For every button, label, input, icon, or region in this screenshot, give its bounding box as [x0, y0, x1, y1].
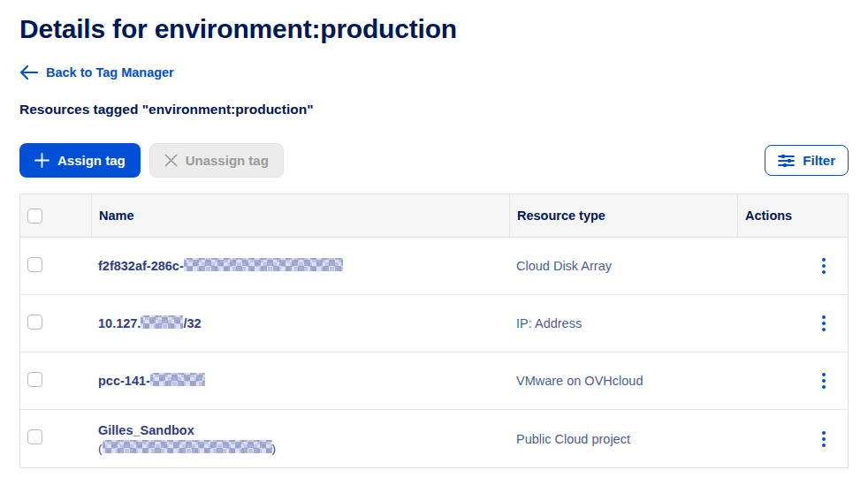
name-text: /32: [183, 317, 201, 331]
table-body: f2f832af-286c- Cloud Disk Array 10.127./…: [20, 238, 848, 467]
resource-type: Cloud Disk Array: [516, 259, 612, 273]
name-text: pcc-141-: [98, 375, 150, 389]
page-title: Details for environment:production: [19, 14, 849, 44]
header-checkbox-cell: [20, 194, 91, 237]
row-actions-cell: [737, 426, 848, 452]
kebab-dot: [822, 328, 826, 331]
kebab-dot: [822, 322, 826, 325]
row-actions-cell: [737, 310, 848, 337]
resource-name: pcc-141-: [98, 371, 502, 390]
resources-tagged-subtitle: Resources tagged "environment:production…: [19, 102, 849, 118]
row-checkbox[interactable]: [27, 429, 42, 444]
row-name-cell: pcc-141-: [91, 371, 509, 390]
row-actions-kebab-menu[interactable]: [812, 253, 835, 279]
column-header-resource-type: Resource type: [509, 194, 737, 237]
kebab-dot: [822, 385, 826, 389]
redacted-text: [150, 373, 205, 386]
resource-type: VMware on OVHcloud: [516, 374, 643, 388]
row-actions-cell: [737, 253, 848, 279]
row-checkbox-cell: [20, 372, 91, 391]
assign-tag-button[interactable]: Assign tag: [19, 143, 141, 178]
row-checkbox[interactable]: [27, 257, 42, 272]
row-resource-type-cell: Cloud Disk Array: [509, 258, 737, 274]
kebab-dot: [822, 258, 826, 262]
row-actions-kebab-menu[interactable]: [812, 310, 835, 337]
unassign-tag-label: Unassign tag: [186, 153, 269, 168]
kebab-dot: [822, 379, 826, 383]
row-checkbox-cell: [20, 315, 91, 333]
column-header-name: Name: [91, 194, 509, 237]
toolbar: Assign tag Unassign tag Filter: [19, 143, 849, 178]
resource-name: 10.127./32: [98, 314, 502, 332]
resources-table: Name Resource type Actions f2f832af-286c…: [19, 193, 849, 468]
filter-sliders-icon: [778, 154, 795, 168]
row-actions-kebab-menu[interactable]: [812, 368, 835, 394]
plus-icon: [34, 153, 49, 168]
table-row: pcc-141- VMware on OVHcloud: [20, 353, 848, 410]
name-text: Gilles_Sandbox: [98, 423, 194, 437]
row-checkbox[interactable]: [27, 372, 42, 387]
row-checkbox-cell: [20, 429, 91, 448]
kebab-dot: [822, 444, 826, 447]
back-link-label: Back to Tag Manager: [46, 65, 174, 80]
table-row: Gilles_Sandbox () Public Cloud project: [20, 410, 848, 467]
table-row: 10.127./32 IP: Address: [20, 295, 848, 353]
row-actions-kebab-menu[interactable]: [812, 426, 835, 452]
name-text: (: [98, 442, 103, 455]
close-icon: [164, 154, 178, 167]
back-arrow-icon: [19, 65, 38, 80]
kebab-dot: [822, 373, 826, 376]
back-to-tag-manager-link[interactable]: Back to Tag Manager: [19, 65, 174, 80]
column-header-actions: Actions: [737, 194, 848, 237]
resource-name: Gilles_Sandbox: [98, 421, 502, 439]
row-resource-type-cell: VMware on OVHcloud: [509, 373, 737, 389]
assign-tag-label: Assign tag: [57, 153, 126, 168]
resource-type: Public Cloud project: [516, 432, 630, 446]
resource-type: IP: Address: [516, 316, 582, 330]
row-resource-type-cell: IP: Address: [509, 315, 737, 331]
kebab-dot: [822, 315, 826, 319]
row-name-cell: f2f832af-286c-: [91, 256, 509, 275]
kebab-dot: [822, 431, 826, 435]
name-text: ): [272, 442, 277, 455]
row-name-cell: 10.127./32: [91, 314, 509, 332]
name-text: 10.127.: [98, 317, 141, 331]
redacted-text: [103, 440, 272, 453]
resource-name-secondary: (): [98, 439, 502, 457]
filter-label: Filter: [803, 153, 835, 168]
row-actions-cell: [737, 368, 848, 394]
row-resource-type-cell: Public Cloud project: [509, 431, 737, 447]
filter-button[interactable]: Filter: [765, 145, 849, 176]
row-checkbox[interactable]: [27, 315, 42, 330]
table-header-row: Name Resource type Actions: [20, 194, 848, 238]
name-text: f2f832af-286c-: [98, 260, 184, 274]
row-name-cell: Gilles_Sandbox (): [91, 421, 509, 457]
kebab-dot: [822, 270, 826, 274]
row-checkbox-cell: [20, 257, 91, 276]
redacted-text: [141, 315, 183, 329]
select-all-checkbox[interactable]: [27, 209, 42, 224]
table-row: f2f832af-286c- Cloud Disk Array: [20, 238, 848, 295]
tag-details-page: Details for environment:production Back …: [0, 0, 868, 468]
resource-name: f2f832af-286c-: [98, 256, 502, 275]
kebab-dot: [822, 264, 826, 268]
unassign-tag-button[interactable]: Unassign tag: [149, 143, 284, 178]
redacted-text: [184, 258, 343, 271]
kebab-dot: [822, 437, 826, 441]
